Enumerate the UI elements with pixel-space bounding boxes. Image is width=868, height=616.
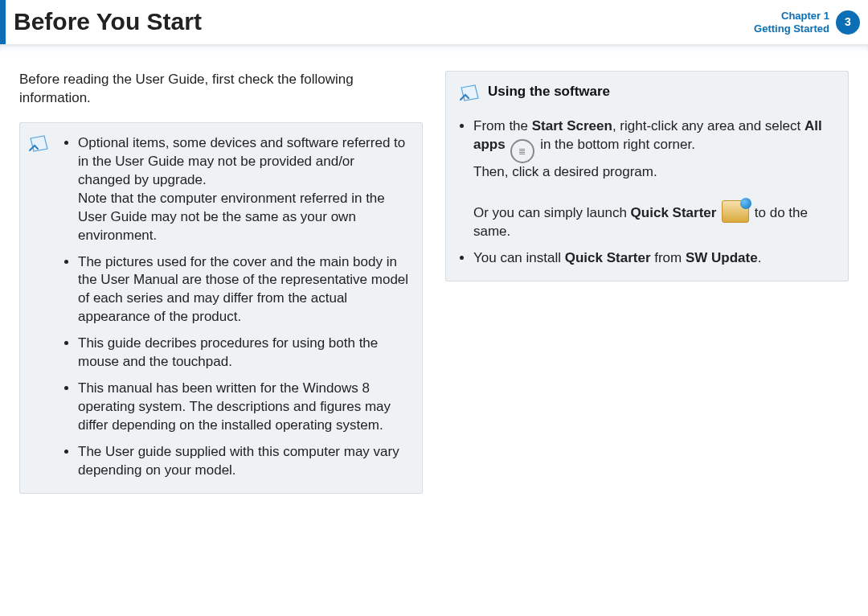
text: .: [758, 250, 762, 265]
chapter-info: Chapter 1 Getting Started 3: [754, 0, 868, 44]
note-icon: [459, 84, 481, 109]
software-callout: Using the software From the Start Screen…: [445, 71, 849, 281]
list-item: You can install Quick Starter from SW Up…: [473, 249, 835, 268]
list-item: This manual has been written for the Win…: [78, 380, 409, 435]
note-text: Optional items, some devices and softwar…: [78, 135, 405, 187]
list-item: From the Start Screen, right-click any a…: [473, 117, 835, 241]
callout-head: Using the software: [459, 83, 835, 109]
left-column: Before reading the User Guide, first che…: [19, 71, 423, 494]
notes-callout: Optional items, some devices and softwar…: [19, 122, 423, 494]
notes-list: Optional items, some devices and softwar…: [63, 134, 409, 480]
bold-text: Start Screen: [532, 118, 612, 133]
bold-text: Quick Starter: [565, 250, 651, 265]
text: Then, click a desired program.: [473, 164, 657, 179]
note-text: This guide decribes procedures for using…: [78, 335, 378, 369]
chapter-line-2: Getting Started: [754, 23, 829, 35]
note-icon: [28, 134, 51, 159]
all-apps-icon: ≣: [510, 139, 534, 163]
quick-starter-icon: [722, 200, 749, 223]
page-title: Before You Start: [14, 6, 202, 39]
note-text: Note that the computer environment refer…: [78, 191, 385, 243]
list-item: The pictures used for the cover and the …: [78, 253, 409, 327]
text: Or you can simply launch: [473, 205, 631, 220]
text: in the bottom right corner.: [536, 137, 695, 152]
text: From the: [473, 118, 532, 133]
text: from: [651, 250, 686, 265]
page-header: Before You Start Chapter 1 Getting Start…: [0, 0, 868, 44]
text: , right-click any area and select: [612, 118, 805, 133]
chapter-text: Chapter 1 Getting Started: [754, 10, 829, 35]
bold-text: Quick Starter: [631, 205, 717, 220]
content-columns: Before reading the User Guide, first che…: [0, 53, 868, 494]
chapter-line-1: Chapter 1: [754, 10, 829, 23]
list-item: Optional items, some devices and softwar…: [78, 134, 409, 245]
page-number-badge: 3: [836, 10, 860, 35]
callout-title: Using the software: [488, 83, 610, 101]
list-item: The User guide supplied with this comput…: [78, 443, 409, 480]
note-text: This manual has been written for the Win…: [78, 380, 391, 433]
title-block: Before You Start: [0, 0, 202, 44]
header-divider: [0, 44, 868, 53]
bold-text: SW Update: [686, 250, 758, 265]
header-accent-bar: [0, 0, 6, 44]
note-text: The User guide supplied with this comput…: [78, 444, 399, 478]
text: You can install: [473, 250, 565, 265]
intro-text: Before reading the User Guide, first che…: [19, 71, 423, 108]
software-list: From the Start Screen, right-click any a…: [459, 117, 835, 268]
list-item: This guide decribes procedures for using…: [78, 335, 409, 372]
note-text: The pictures used for the cover and the …: [78, 254, 408, 325]
right-column: Using the software From the Start Screen…: [445, 71, 849, 494]
